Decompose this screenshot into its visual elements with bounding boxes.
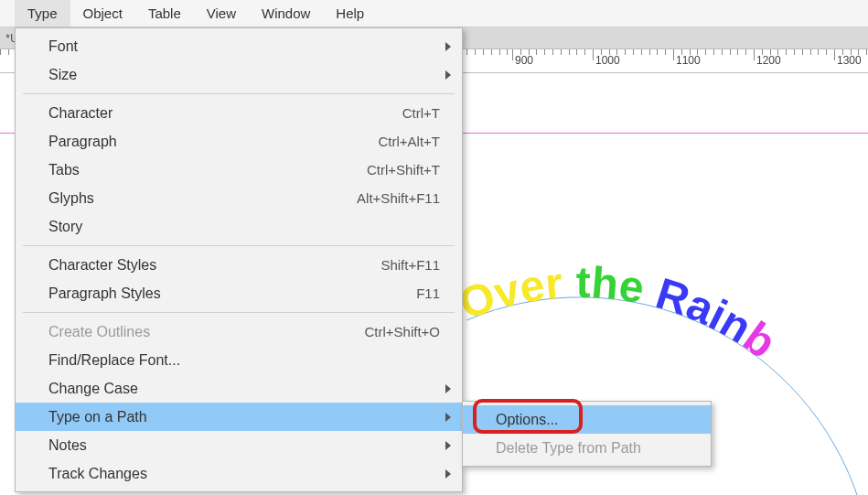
ruler-label: 1000: [595, 54, 620, 67]
menu-item-label: Paragraph Styles: [48, 285, 416, 302]
type-menu-dropdown: FontSizeCharacterCtrl+TParagraphCtrl+Alt…: [15, 27, 463, 492]
menu-item-create-outlines: Create OutlinesCtrl+Shift+O: [16, 317, 462, 346]
svg-text:Over the Rainb: Over the Rainb: [453, 258, 785, 368]
menu-item-label: Type on a Path: [48, 409, 440, 425]
submenu-arrow-icon: [445, 42, 451, 51]
menu-shortcut: Ctrl+Shift+T: [367, 162, 440, 178]
submenu-item-delete-type-from-path: Delete Type from Path: [463, 434, 711, 462]
type-on-path-submenu: Options...Delete Type from Path: [462, 401, 712, 467]
submenu-arrow-icon: [445, 384, 451, 393]
menu-item-label: Create Outlines: [48, 324, 364, 340]
menu-item-character[interactable]: CharacterCtrl+T: [16, 99, 462, 127]
menu-item-paragraph[interactable]: ParagraphCtrl+Alt+T: [16, 127, 462, 156]
ruler-label: 900: [515, 54, 533, 67]
menu-item-label: Size: [48, 67, 440, 83]
menu-item-paragraph-styles[interactable]: Paragraph StylesF11: [16, 279, 462, 307]
menu-item-label: Change Case: [48, 381, 440, 397]
menu-shortcut: Ctrl+Alt+T: [378, 134, 440, 149]
ruler-label: 1200: [756, 54, 781, 67]
menubar-item-window[interactable]: Window: [249, 0, 323, 27]
menu-item-character-styles[interactable]: Character StylesShift+F11: [16, 251, 462, 279]
menu-shortcut: Shift+F11: [380, 257, 440, 273]
menu-shortcut: Alt+Shift+F11: [357, 190, 440, 206]
menu-separator: [23, 312, 455, 313]
menu-item-label: Find/Replace Font...: [48, 352, 440, 369]
menubar-item-object[interactable]: Object: [70, 0, 135, 27]
menubar-item-type[interactable]: Type: [15, 0, 70, 27]
menu-item-label: Glyphs: [48, 190, 357, 207]
menu-shortcut: Ctrl+Shift+O: [364, 324, 440, 339]
submenu-item-options[interactable]: Options...: [463, 405, 711, 434]
menu-item-notes[interactable]: Notes: [16, 431, 462, 459]
menu-item-glyphs[interactable]: GlyphsAlt+Shift+F11: [16, 184, 462, 212]
submenu-item-label: Delete Type from Path: [496, 440, 689, 457]
submenu-arrow-icon: [445, 413, 451, 422]
menu-shortcut: Ctrl+T: [402, 105, 440, 121]
menu-item-label: Font: [48, 38, 440, 55]
submenu-arrow-icon: [445, 70, 451, 80]
menu-item-story[interactable]: Story: [16, 212, 462, 241]
menu-separator: [23, 93, 455, 94]
menu-item-label: Track Changes: [48, 466, 440, 482]
menu-item-find-replace-font[interactable]: Find/Replace Font...: [16, 346, 462, 374]
submenu-item-label: Options...: [496, 412, 689, 428]
menu-separator: [23, 245, 455, 246]
menu-item-label: Story: [48, 219, 440, 235]
menu-item-label: Tabs: [48, 162, 367, 178]
menu-item-tabs[interactable]: TabsCtrl+Shift+T: [16, 156, 462, 184]
menu-item-change-case[interactable]: Change Case: [16, 374, 462, 403]
menubar: TypeObjectTableViewWindowHelp: [0, 0, 868, 27]
ruler-label: 1100: [676, 54, 701, 67]
menu-item-type-on-a-path[interactable]: Type on a Path: [16, 403, 462, 431]
ruler-label: 1300: [837, 54, 862, 67]
menubar-item-help[interactable]: Help: [323, 0, 377, 27]
menu-item-size[interactable]: Size: [16, 60, 462, 89]
menu-item-label: Paragraph: [48, 134, 378, 150]
menubar-item-table[interactable]: Table: [135, 0, 194, 27]
submenu-arrow-icon: [445, 469, 451, 479]
word-over: Over: [453, 258, 575, 328]
menu-shortcut: F11: [416, 285, 440, 301]
menu-item-label: Character Styles: [48, 257, 380, 274]
submenu-arrow-icon: [445, 441, 451, 450]
menubar-item-view[interactable]: View: [194, 0, 249, 27]
word-the: the: [575, 258, 661, 316]
menu-item-track-changes[interactable]: Track Changes: [16, 459, 462, 488]
menu-item-font[interactable]: Font: [16, 32, 462, 60]
menu-item-label: Notes: [48, 437, 440, 454]
menu-item-label: Character: [48, 105, 402, 122]
